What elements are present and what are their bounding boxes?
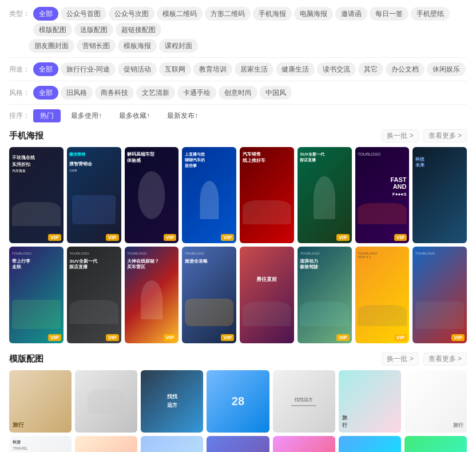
style-tag-6[interactable]: 中国风 xyxy=(260,86,292,100)
poster-card-4[interactable]: 上直播与您聊聊汽车的那些事 VIP xyxy=(182,147,236,243)
poster-card-6[interactable]: SUV全新一代探店直播 VIP xyxy=(298,147,352,243)
layout-more-action[interactable]: 查看更多 > xyxy=(423,352,467,366)
layout-card-8[interactable]: 秋游 TRAVEL 旅行 xyxy=(9,436,72,452)
layout-card-7[interactable]: 旅行 xyxy=(404,370,467,433)
type-tag-8[interactable]: 每日一签 xyxy=(370,7,408,21)
layout-section: 模版配图 换一批 > 查看更多 > 旅行 找找 远方 xyxy=(9,352,467,452)
vip-badge-3: VIP xyxy=(164,234,177,241)
layout-card-6[interactable]: 旅行 xyxy=(339,370,401,433)
industry-tag-8[interactable]: 其它 xyxy=(358,62,383,76)
industry-tag-1[interactable]: 旅行行业-同途 xyxy=(61,62,116,76)
vip-badge-12: VIP xyxy=(221,334,234,341)
type-tag-5[interactable]: 手机海报 xyxy=(253,7,292,21)
poster-section-actions: 换一批 > 查看更多 > xyxy=(382,129,467,142)
poster-more-action[interactable]: 查看更多 > xyxy=(423,129,467,142)
layout-card-5[interactable]: 找找远方 xyxy=(273,370,335,433)
type-tag-13[interactable]: 朋友圈封面 xyxy=(29,39,74,53)
poster-card-12[interactable]: TOURLOGO 旅游全攻略 VIP xyxy=(182,247,236,343)
industry-tag-7[interactable]: 读书交流 xyxy=(317,62,356,76)
poster-card-2[interactable]: 微信营销 搜智营销会CAR VIP xyxy=(67,147,121,243)
industry-label: 用途： xyxy=(9,62,30,76)
filter-row-type: 类型： 全部 公众号首图 公众号次图 模板二维码 方形二维码 手机海报 电脑海报… xyxy=(9,7,467,37)
industry-tag-all[interactable]: 全部 xyxy=(33,62,58,76)
vip-badge-14: VIP xyxy=(336,334,350,341)
poster-refresh-action[interactable]: 换一批 > xyxy=(382,129,418,142)
industry-tag-4[interactable]: 教育培训 xyxy=(193,62,232,76)
poster-card-10[interactable]: TOURLOGO SUV全新一代探店直播 VIP xyxy=(67,247,121,343)
sort-row: 排序： 热门 最多使用↑ 最多收藏↑ 最新发布↑ xyxy=(9,109,467,122)
layout-refresh-action[interactable]: 换一批 > xyxy=(382,352,418,366)
sort-tag-hot[interactable]: 热门 xyxy=(33,109,61,122)
poster-card-14[interactable]: TOURLOGO 澎湃动力极致驾驶 VIP xyxy=(298,247,352,343)
industry-tag-9[interactable]: 办公文档 xyxy=(386,62,425,76)
layout-card-1[interactable]: 旅行 xyxy=(9,370,72,433)
vip-badge-7: VIP xyxy=(394,234,407,241)
style-tag-3[interactable]: 文艺清新 xyxy=(136,86,175,100)
layout-card-10[interactable]: 一路向前 认识远方 xyxy=(141,436,203,452)
poster-card-16[interactable]: TOURLOGO VIP xyxy=(412,247,467,343)
type-tag-4[interactable]: 方形二维码 xyxy=(205,7,251,21)
vip-badge-2: VIP xyxy=(106,234,119,241)
type-tag-10[interactable]: 模版配图 xyxy=(33,23,72,37)
layout-card-4[interactable]: 28 xyxy=(207,370,269,433)
vip-badge-16: VIP xyxy=(451,334,465,341)
vip-badge-1: VIP xyxy=(48,234,61,241)
sort-tag-fav[interactable]: 最多收藏↑ xyxy=(112,109,157,122)
type-tag-9[interactable]: 手机壁纸 xyxy=(411,7,450,21)
layout-card-11[interactable]: 国庆出游 旅行 xyxy=(207,436,269,452)
layout-section-header: 模版配图 换一批 > 查看更多 > xyxy=(9,352,467,366)
style-tag-2[interactable]: 商务科技 xyxy=(95,86,134,100)
style-tag-all[interactable]: 全部 xyxy=(33,86,58,100)
type-tag-3[interactable]: 模板二维码 xyxy=(157,7,203,21)
poster-card-5[interactable]: 汽车销售线上推好车 xyxy=(240,147,294,243)
poster-card-7[interactable]: TOURLOGO FASTANDF●●●S VIP xyxy=(355,147,410,243)
poster-card-8[interactable]: 科技未来 xyxy=(412,147,467,243)
poster-card-3[interactable]: 解码高端车型体验感 VIP xyxy=(125,147,179,243)
poster-grid-row2: TOURLOGO 带上行李走秋 VIP TOURLOGO SUV全新一代探店直播… xyxy=(9,247,467,343)
industry-tag-6[interactable]: 健康生活 xyxy=(276,62,315,76)
type-tag-11[interactable]: 送版配图 xyxy=(74,23,113,37)
sort-tag-new[interactable]: 最新发布↑ xyxy=(160,109,205,122)
type-tag-7[interactable]: 邀请函 xyxy=(335,7,367,21)
filter-row-style: 风格： 全部 旧风格 商务科技 文艺清新 卡通手绘 创意时尚 中国风 xyxy=(9,86,467,100)
type-tag-6[interactable]: 电脑海报 xyxy=(294,7,333,21)
poster-card-1[interactable]: 不玫瑰在线实用折扣汽车商务 VIP xyxy=(9,147,64,243)
layout-card-2[interactable] xyxy=(75,370,137,433)
layout-section-title: 模版配图 xyxy=(9,354,43,364)
type-tag-15[interactable]: 模板海报 xyxy=(118,39,157,53)
type-tag-14[interactable]: 营销长图 xyxy=(77,39,116,53)
layout-card-3[interactable]: 找找 远方 xyxy=(141,370,203,433)
poster-grid-row1: 不玫瑰在线实用折扣汽车商务 VIP 微信营销 搜智营销会CAR VIP 解码高端… xyxy=(9,147,467,243)
filter-row-type2: 朋友圈封面 营销长图 模板海报 课程封面 xyxy=(29,39,467,53)
layout-card-9[interactable]: SUMMER 旅行 xyxy=(75,436,137,452)
industry-tag-2[interactable]: 促销活动 xyxy=(118,62,157,76)
style-label: 风格： xyxy=(9,86,30,100)
poster-card-11[interactable]: TOURLOGO 大神在线探秘？买车雷区 VIP xyxy=(125,247,179,343)
style-tag-1[interactable]: 旧风格 xyxy=(61,86,93,100)
sort-tag-use[interactable]: 最多使用↑ xyxy=(64,109,109,122)
type-tags-container: 全部 公众号首图 公众号次图 模板二维码 方形二维码 手机海报 电脑海报 邀请函… xyxy=(33,7,467,37)
type-tag-2[interactable]: 公众号次图 xyxy=(109,7,154,21)
divider-1 xyxy=(9,57,467,58)
layout-card-13[interactable]: 旅行 xyxy=(339,436,401,452)
divider-2 xyxy=(9,81,467,81)
style-tag-4[interactable]: 卡通手绘 xyxy=(177,86,216,100)
type-tag-1[interactable]: 公众号首图 xyxy=(61,7,106,21)
industry-tag-10[interactable]: 休闲娱乐 xyxy=(427,62,466,76)
industry-tag-5[interactable]: 居家生活 xyxy=(235,62,273,76)
type-tags2-container: 朋友圈封面 营销长图 模板海报 课程封面 xyxy=(29,39,198,53)
style-tags-container: 全部 旧风格 商务科技 文艺清新 卡通手绘 创意时尚 中国风 xyxy=(33,86,292,100)
vip-badge-11: VIP xyxy=(164,334,177,341)
style-tag-5[interactable]: 创意时尚 xyxy=(219,86,257,100)
industry-tag-3[interactable]: 互联网 xyxy=(159,62,191,76)
type-tag-16[interactable]: 课程封面 xyxy=(159,39,198,53)
vip-badge-10: VIP xyxy=(106,334,119,341)
poster-card-9[interactable]: TOURLOGO 带上行李走秋 VIP xyxy=(9,247,64,343)
type-tag-12[interactable]: 超链接配图 xyxy=(116,23,161,37)
poster-card-13[interactable]: 勇往直前 xyxy=(240,247,294,343)
layout-card-14[interactable]: 风景 xyxy=(404,436,467,452)
type-tag-all[interactable]: 全部 xyxy=(33,7,58,21)
layout-section-actions: 换一批 > 查看更多 > xyxy=(382,352,467,366)
layout-card-12[interactable]: 旅行 xyxy=(273,436,335,452)
poster-card-15[interactable]: TOURLOGO2024.4.1 VIP xyxy=(355,247,410,343)
